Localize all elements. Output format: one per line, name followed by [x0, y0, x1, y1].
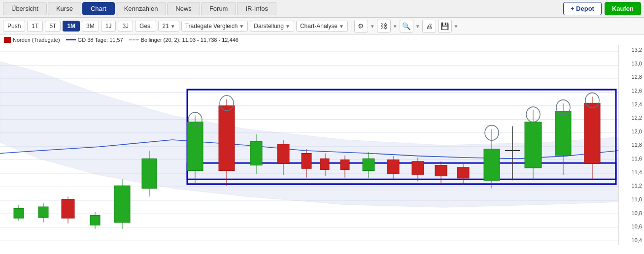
share-arrow: ▼	[393, 24, 398, 29]
settings-icon-btn[interactable]: ⚙	[354, 20, 368, 32]
tab-ir-infos[interactable]: IR-Infos	[237, 2, 276, 15]
tradegate-arrow: ▼	[239, 24, 244, 29]
svg-rect-29	[142, 159, 157, 188]
ges-button[interactable]: Ges.	[135, 21, 156, 32]
tradegate-dropdown[interactable]: Tradegate Vergleich ▼	[181, 21, 248, 32]
nordex-swatch	[4, 37, 11, 43]
5t-button[interactable]: 5T	[45, 21, 61, 32]
y-label-12-2: 12,2	[621, 115, 642, 121]
svg-rect-37	[250, 141, 262, 165]
legend-gd: GD 38 Tage: 11,57	[66, 37, 123, 43]
svg-rect-34	[219, 106, 235, 171]
tab-ubersicht[interactable]: Übersicht	[3, 2, 47, 15]
legend-nordex: Nordex (Tradegate)	[4, 37, 60, 43]
settings-arrow: ▼	[370, 24, 375, 29]
toolbar-separator-1	[351, 21, 351, 32]
tab-forum[interactable]: Forum	[201, 2, 237, 15]
y-label-11-0: 11,0	[621, 197, 642, 202]
y-label-12-0: 12,0	[621, 129, 642, 134]
interval-dropdown[interactable]: 21 ▼	[158, 21, 179, 32]
1t-button[interactable]: 1T	[27, 21, 43, 32]
svg-rect-41	[302, 153, 311, 168]
y-label-13-2: 13,2	[621, 47, 642, 53]
tab-kennzahlen[interactable]: Kennzahlen	[116, 2, 167, 15]
download-arrow: ▼	[454, 24, 459, 29]
gd-label: GD 38 Tage: 11,57	[78, 37, 123, 43]
gd-swatch	[66, 39, 76, 40]
svg-rect-53	[435, 165, 447, 176]
chart-toolbar: Push 1T 5T 1M 3M 1J 3J Ges. 21 ▼ Tradega…	[0, 18, 644, 35]
download-icon-btn[interactable]: 💾	[438, 20, 452, 32]
y-label-10-6: 10,6	[621, 224, 642, 229]
chart-analyse-arrow: ▼	[339, 24, 344, 29]
svg-rect-27	[114, 186, 130, 222]
interval-arrow: ▼	[170, 24, 175, 29]
y-axis: 13,2 13,0 12,8 12,6 12,4 12,2 12,0 11,8 …	[618, 45, 644, 245]
bollinger-label: Bollinger (20, 2): 11,03 - 11,738 - 12,4…	[141, 37, 238, 43]
svg-rect-47	[363, 159, 374, 170]
kaufen-button[interactable]: Kaufen	[605, 2, 641, 15]
svg-rect-45	[340, 160, 349, 170]
svg-rect-43	[320, 159, 329, 169]
nav-right-actions: + Depot Kaufen	[563, 2, 641, 15]
svg-rect-23	[62, 199, 74, 218]
darstellung-label: Darstellung	[254, 23, 284, 30]
depot-button[interactable]: + Depot	[563, 2, 602, 15]
1m-button[interactable]: 1M	[63, 21, 80, 32]
nordex-label: Nordex (Tradegate)	[13, 37, 60, 43]
svg-rect-62	[525, 122, 542, 168]
svg-rect-68	[584, 103, 600, 163]
y-label-10-8: 10,8	[621, 211, 642, 216]
chart-analyse-dropdown[interactable]: Chart-Analyse ▼	[296, 21, 348, 32]
tab-news[interactable]: News	[167, 2, 200, 15]
svg-rect-49	[387, 160, 399, 174]
y-label-10-4: 10,4	[621, 238, 642, 243]
svg-rect-25	[90, 216, 100, 225]
chart-wrapper: 13,2 13,0 12,8 12,6 12,4 12,2 12,0 11,8 …	[0, 45, 644, 245]
top-navigation: Übersicht Kurse Chart Kennzahlen News Fo…	[0, 0, 644, 18]
bollinger-swatch	[129, 39, 139, 40]
print-icon-btn[interactable]: 🖨	[422, 20, 436, 32]
chart-svg	[0, 45, 618, 245]
svg-rect-31	[187, 122, 203, 171]
zoom-arrow: ▼	[415, 24, 420, 29]
vergleich-label: Vergleich	[213, 23, 237, 30]
darstellung-dropdown[interactable]: Darstellung ▼	[250, 21, 294, 32]
interval-value: 21	[162, 23, 169, 30]
svg-rect-39	[277, 144, 289, 164]
svg-rect-21	[38, 207, 48, 218]
y-label-11-2: 11,2	[621, 183, 642, 189]
3m-button[interactable]: 3M	[82, 21, 99, 32]
svg-rect-65	[555, 111, 571, 156]
chart-legend: Nordex (Tradegate) GD 38 Tage: 11,57 Bol…	[0, 35, 644, 45]
3j-button[interactable]: 3J	[118, 21, 133, 32]
push-button[interactable]: Push	[3, 21, 25, 32]
chart-area[interactable]	[0, 45, 618, 245]
svg-rect-55	[457, 167, 469, 178]
y-label-11-4: 11,4	[621, 170, 642, 175]
y-label-12-8: 12,8	[621, 74, 642, 80]
chart-analyse-label: Chart-Analyse	[300, 23, 338, 30]
y-label-12-4: 12,4	[621, 102, 642, 107]
legend-bollinger: Bollinger (20, 2): 11,03 - 11,738 - 12,4…	[129, 37, 238, 43]
1j-button[interactable]: 1J	[101, 21, 116, 32]
tab-kurse[interactable]: Kurse	[48, 2, 81, 15]
y-label-13-0: 13,0	[621, 61, 642, 66]
tradegate-label: Tradegate	[185, 23, 212, 30]
zoom-icon-btn[interactable]: 🔍	[400, 20, 413, 32]
svg-rect-57	[484, 149, 500, 181]
y-label-11-6: 11,6	[621, 156, 642, 161]
y-label-11-8: 11,8	[621, 142, 642, 148]
svg-rect-19	[14, 208, 24, 218]
tab-chart[interactable]: Chart	[82, 2, 115, 15]
share-icon-btn[interactable]: ⛓	[377, 20, 391, 32]
svg-rect-51	[412, 161, 424, 174]
darstellung-arrow: ▼	[285, 24, 290, 29]
y-label-12-6: 12,6	[621, 88, 642, 94]
